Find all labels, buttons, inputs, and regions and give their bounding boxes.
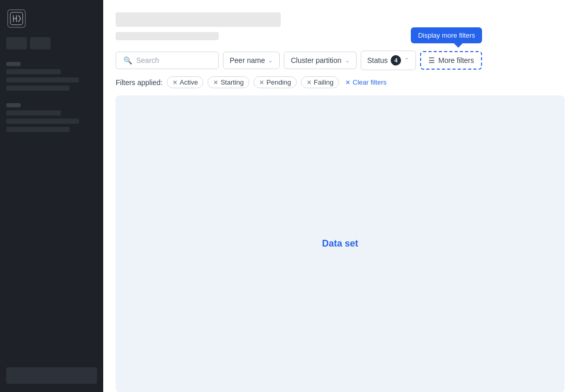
filter-chip-pending[interactable]: ✕ Pending [253,76,297,88]
page-subtitle-skeleton [116,32,219,40]
sidebar-nav-item-6[interactable] [6,127,70,132]
cluster-partition-dropdown[interactable]: Cluster partition ⌄ [284,52,356,69]
filter-chip-failing-label: Failing [314,78,333,86]
sidebar-section-2 [6,103,97,132]
page-title-skeleton [116,12,281,27]
sidebar-nav-item-5[interactable] [6,119,79,124]
data-set-label: Data set [322,238,358,249]
logo-inner [7,9,26,28]
remove-pending-icon: ✕ [259,79,264,86]
sidebar-logo [6,8,27,29]
sidebar-nav-item-3[interactable] [6,86,70,91]
status-chevron-icon: ⌃ [404,57,409,64]
status-label: Status [367,56,388,64]
more-filters-button[interactable]: ☰ More filters [420,51,482,70]
filter-chip-failing[interactable]: ✕ Failing [301,76,339,88]
display-more-filters-label: Display more filters [418,31,475,39]
sidebar-section-1 [6,62,97,91]
sidebar-top-buttons [6,37,97,50]
filter-chip-starting-label: Starting [220,78,244,86]
filters-applied-row: Filters applied: ✕ Active ✕ Starting ✕ P… [116,76,565,88]
search-placeholder: Search [136,56,159,64]
clear-filters-icon: ✕ [345,79,350,86]
sidebar-nav-item-1[interactable] [6,69,61,74]
filter-chip-pending-label: Pending [266,78,291,86]
sidebar-btn-1[interactable] [6,37,27,50]
sidebar-section-label-1 [6,62,21,66]
cluster-partition-label: Cluster partition [291,56,341,64]
filter-bar: 🔍 Search Peer name ⌄ Cluster partition ⌄… [116,51,565,70]
data-area: Data set [116,95,565,392]
search-input[interactable]: 🔍 Search [116,52,219,69]
filter-chip-active[interactable]: ✕ Active [167,76,203,88]
remove-failing-icon: ✕ [307,79,312,86]
status-dropdown[interactable]: Status 4 ⌃ [361,51,416,70]
status-count-badge: 4 [391,55,401,66]
more-filters-container: Display more filters ☰ More filters [420,51,482,70]
filter-lines-icon: ☰ [428,56,435,64]
peer-name-dropdown[interactable]: Peer name ⌄ [223,52,280,69]
filter-chip-starting[interactable]: ✕ Starting [207,76,249,88]
main-content: 🔍 Search Peer name ⌄ Cluster partition ⌄… [103,0,577,392]
search-icon: 🔍 [123,56,132,64]
more-filters-label: More filters [438,56,474,64]
sidebar-section-label-2 [6,103,21,107]
sidebar-btn-2[interactable] [30,37,51,50]
sidebar-nav-item-2[interactable] [6,77,79,83]
filter-chip-active-label: Active [180,78,198,86]
sidebar-footer [6,367,97,384]
remove-starting-icon: ✕ [213,79,218,86]
clear-filters-button[interactable]: ✕ Clear filters [343,78,389,86]
peer-name-label: Peer name [230,56,265,64]
remove-active-icon: ✕ [172,79,178,86]
cluster-partition-chevron-icon: ⌄ [345,57,350,64]
display-more-tooltip: Display more filters [411,27,483,43]
filters-applied-label: Filters applied: [116,78,163,87]
sidebar-nav-item-4[interactable] [6,110,61,116]
clear-filters-label: Clear filters [352,78,387,86]
hcp-logo-icon [9,11,24,26]
sidebar [0,0,103,392]
peer-name-chevron-icon: ⌄ [268,57,273,64]
